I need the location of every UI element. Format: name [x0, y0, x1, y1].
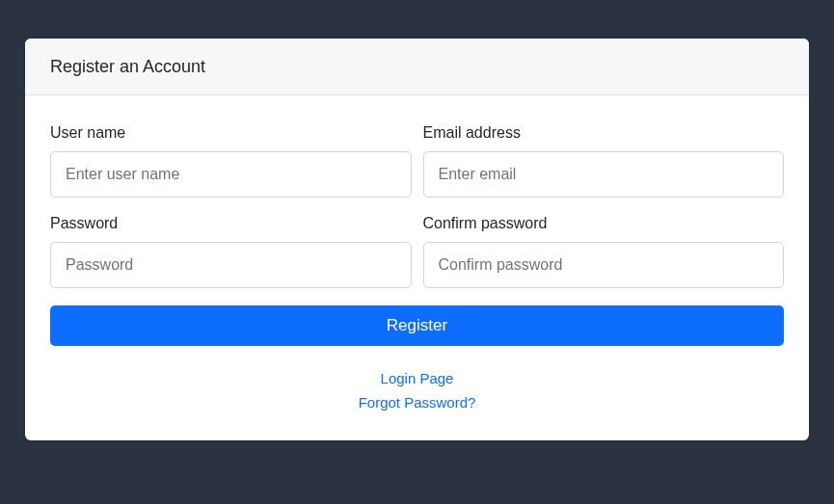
card-header: Register an Account — [25, 39, 809, 95]
card-title: Register an Account — [50, 57, 205, 76]
links-section: Login Page Forgot Password? — [50, 367, 784, 415]
confirm-password-input[interactable] — [423, 242, 785, 288]
email-label: Email address — [423, 124, 785, 142]
username-label: User name — [50, 124, 412, 142]
login-link[interactable]: Login Page — [50, 367, 784, 391]
forgot-password-link[interactable]: Forgot Password? — [50, 391, 784, 415]
username-input[interactable] — [50, 151, 412, 198]
form-row-1: User name Email address — [50, 124, 784, 198]
form-row-2: Password Confirm password — [50, 215, 784, 288]
confirm-password-label: Confirm password — [423, 215, 785, 232]
email-input[interactable] — [423, 151, 785, 198]
confirm-password-group: Confirm password — [423, 215, 785, 288]
register-button[interactable]: Register — [50, 305, 784, 346]
password-input[interactable] — [50, 242, 412, 288]
username-group: User name — [50, 124, 412, 198]
register-card: Register an Account User name Email addr… — [25, 39, 809, 440]
email-group: Email address — [423, 124, 785, 198]
card-body: User name Email address Password Confirm… — [25, 95, 809, 440]
password-group: Password — [50, 215, 412, 288]
password-label: Password — [50, 215, 412, 232]
